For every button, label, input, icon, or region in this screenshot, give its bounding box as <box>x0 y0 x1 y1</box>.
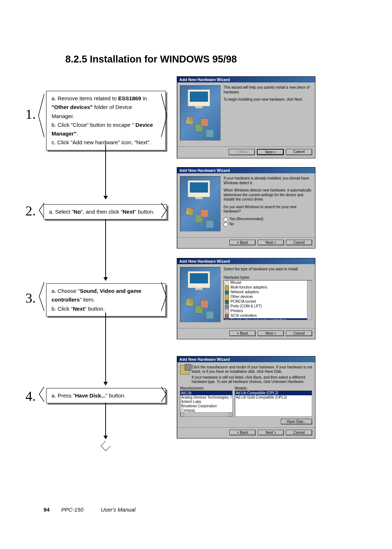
wizard-graphic <box>180 176 221 231</box>
manufacturer-item[interactable]: Analog Devices Technologies, I <box>180 395 232 400</box>
hardware-types-label: Hardware types: <box>224 275 312 280</box>
scsi-icon <box>225 314 229 318</box>
list-item-label: Sound, video and game controllers <box>230 318 287 320</box>
hardware-type-item[interactable]: Sound, video and game controllers <box>224 318 312 320</box>
wizard-2-text-2: When Windows detects new hardware, it au… <box>224 188 312 202</box>
hardware-types-list[interactable]: MouseMulti-function adaptersNetwork adap… <box>224 280 312 320</box>
page-number: 94 <box>44 506 50 513</box>
back-button[interactable]: < Back <box>229 331 256 336</box>
cancel-button[interactable]: Cancel <box>286 331 312 336</box>
wizard-4: Add New Hardware Wizard Click the manufa… <box>177 356 315 439</box>
multi-icon <box>225 286 229 290</box>
list-item-label: SCSI controllers <box>230 314 257 318</box>
wizard-1-text-1: This wizard will help you quickly instal… <box>224 85 312 94</box>
pcmcia-icon <box>225 300 229 304</box>
have-disk-button[interactable]: Have Disk... <box>281 419 312 424</box>
radio-no[interactable]: No <box>224 222 312 227</box>
back-button[interactable]: < Back <box>229 149 255 155</box>
bracket-right-4 <box>161 387 168 402</box>
callout-step-3: a. Choose "Sound, Video and game control… <box>46 283 166 316</box>
wizard-2-text-3: Do you want Windows to search for your n… <box>224 205 312 214</box>
bracket-right-1 <box>161 94 168 137</box>
page-footer: 94 PPC-150 User's Manual <box>44 506 135 513</box>
wizard-3: Add New Hardware Wizard Select the type … <box>177 258 315 339</box>
back-button[interactable]: < Back <box>229 240 256 245</box>
step-number-3: 3. <box>25 290 36 306</box>
wizard-graphic <box>180 267 221 322</box>
hardware-type-item[interactable]: SCSI controllers <box>224 314 312 318</box>
scrollbar-h[interactable] <box>180 412 232 416</box>
printer-icon <box>225 309 229 314</box>
wizard-3-title: Add New Hardware Wizard <box>177 258 315 264</box>
next-button[interactable]: Next > <box>257 149 284 155</box>
wizard-3-text-1: Select the type of hardware you want to … <box>224 267 312 272</box>
bracket-right-2 <box>161 203 168 218</box>
wizard-4-text-2: If your hardware is still not listed, cl… <box>192 375 312 384</box>
cancel-button[interactable]: Cancel <box>286 240 312 245</box>
list-item-label: Ports (COM & LPT) <box>230 304 262 309</box>
hardware-type-item[interactable]: Printers <box>224 309 312 314</box>
list-item-label: Other devices <box>230 295 253 299</box>
callout-step-4: a. Press "Have Disk..." button. <box>46 388 166 403</box>
step-number-1: 1. <box>25 106 36 122</box>
net-icon <box>225 290 229 295</box>
scrollbar[interactable] <box>307 280 312 320</box>
step-number-2: 2. <box>25 203 36 219</box>
bracket-left-3 <box>37 282 44 311</box>
wizard-2-title: Add New Hardware Wizard <box>177 167 315 173</box>
hardware-type-item[interactable]: Network adapters <box>224 290 312 295</box>
wizard-graphic <box>180 85 221 141</box>
cancel-button[interactable]: Cancel <box>286 430 312 435</box>
model-item[interactable]: Ad Lib Gold Compatible (OPL3) <box>235 395 312 400</box>
manufacturers-list[interactable]: Ad LibAnalog Devices Technologies, IAzte… <box>180 391 233 417</box>
mouse-icon <box>225 281 229 285</box>
wizard-4-text-1: Click the manufacturer and model of your… <box>192 365 312 374</box>
bracket-left-1 <box>37 94 44 137</box>
bracket-left-2 <box>37 203 44 218</box>
manual-name: User's Manual <box>101 506 135 513</box>
manufacturer-item[interactable]: Ad Lib <box>180 391 232 395</box>
hardware-type-item[interactable]: Other devices <box>224 295 312 299</box>
arrow-2-3 <box>105 219 106 280</box>
port-icon <box>225 304 229 309</box>
cancel-button[interactable]: Cancel <box>286 149 312 155</box>
manufacturer-item[interactable]: Brooktree Corporation <box>180 404 232 408</box>
next-button[interactable]: Next > <box>258 430 284 435</box>
arrow-1-2 <box>105 145 106 199</box>
callout-step-2: a. Select "No", and then click "Next" bu… <box>44 204 167 219</box>
wizard-1-title: Add New Hardware Wizard <box>177 77 315 82</box>
callout-step-1: a. Remove items related to ESS1869 in "O… <box>46 91 166 150</box>
arrow-4-down <box>105 403 106 439</box>
step-number-4: 4. <box>25 388 36 404</box>
arrow-3-4 <box>105 312 106 385</box>
wizard-1: Add New Hardware Wizard This wizard will… <box>177 76 315 158</box>
next-button[interactable]: Next > <box>258 240 284 245</box>
radio-yes[interactable]: Yes (Recommended) <box>224 217 312 222</box>
back-button[interactable]: < Back <box>229 430 256 435</box>
wizard-1-text-2: To begin installing your new hardware, c… <box>224 97 312 102</box>
manufacturer-item[interactable]: Aztech Labs <box>180 400 232 404</box>
sound-icon <box>225 319 229 320</box>
disk-icon <box>180 365 189 375</box>
next-button[interactable]: Next > <box>258 331 284 336</box>
model-item[interactable]: Ad Lib Compatible (OPL2) <box>235 391 312 395</box>
hardware-type-item[interactable]: Ports (COM & LPT) <box>224 304 312 309</box>
manual-page: 8.2.5 Installation for WINDOWS 95/98 1. … <box>0 0 392 549</box>
hardware-type-item[interactable]: Multi-function adapters <box>224 285 312 290</box>
hardware-type-item[interactable]: Mouse <box>224 280 312 285</box>
bracket-left-4 <box>37 387 44 402</box>
models-list[interactable]: Ad Lib Compatible (OPL2)Ad Lib Gold Comp… <box>235 391 312 417</box>
wizard-2: Add New Hardware Wizard If your hardware… <box>177 167 315 249</box>
other-icon <box>225 295 229 299</box>
manufacturers-label: Manufacturers: <box>180 386 233 390</box>
list-item-label: Multi-function adapters <box>230 285 267 290</box>
list-item-label: PCMCIA socket <box>230 299 256 304</box>
hardware-type-item[interactable]: PCMCIA socket <box>224 299 312 304</box>
section-heading: 8.2.5 Installation for WINDOWS 95/98 <box>65 54 237 65</box>
model-name: PPC-150 <box>61 506 83 513</box>
bracket-right-3 <box>161 282 168 311</box>
wizard-2-text-1: If your hardware is already installed, y… <box>224 176 312 185</box>
list-item-label: Printers <box>230 309 243 314</box>
continuation-indicator <box>101 441 111 451</box>
list-item-label: Mouse <box>230 280 241 285</box>
